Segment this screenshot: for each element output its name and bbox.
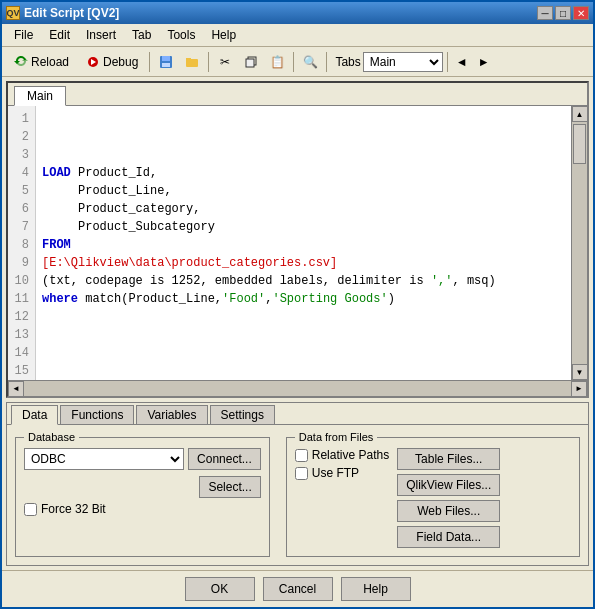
select-button[interactable]: Select... <box>199 476 260 498</box>
cut-icon: ✂ <box>217 54 233 70</box>
vertical-scrollbar[interactable]: ▲ ▼ <box>571 106 587 380</box>
db-dropdown-row: ODBC Connect... <box>24 448 261 470</box>
title-buttons: ─ □ ✕ <box>537 6 589 20</box>
menu-bar: File Edit Insert Tab Tools Help <box>2 24 593 47</box>
svg-rect-6 <box>186 58 191 60</box>
database-section-title: Database <box>24 431 79 443</box>
connect-button[interactable]: Connect... <box>188 448 261 470</box>
files-inner: Relative Paths Use FTP Table Files... Ql… <box>295 448 571 548</box>
menu-help[interactable]: Help <box>203 26 244 44</box>
cancel-button[interactable]: Cancel <box>263 577 333 601</box>
separator-2 <box>208 52 209 72</box>
files-section-title: Data from Files <box>295 431 378 443</box>
nav-prev-button[interactable]: ◄ <box>452 51 472 73</box>
qlikview-files-button[interactable]: QlikView Files... <box>397 474 500 496</box>
close-button[interactable]: ✕ <box>573 6 589 20</box>
paste-button[interactable]: 📋 <box>265 51 289 73</box>
files-section: Data from Files Relative Paths Use FTP <box>286 437 580 557</box>
scroll-right-button[interactable]: ► <box>571 381 587 397</box>
separator-4 <box>326 52 327 72</box>
separator-1 <box>149 52 150 72</box>
main-content: Main 12345678910111213141516 LOAD Produc… <box>2 77 593 570</box>
editor-tab-strip: Main <box>8 83 587 106</box>
use-ftp-checkbox[interactable] <box>295 467 308 480</box>
force32-label: Force 32 Bit <box>41 502 106 516</box>
reload-icon <box>13 54 29 70</box>
tab-data[interactable]: Data <box>11 405 58 425</box>
code-editor-content[interactable]: LOAD Product_Id, Product_Line, Product_c… <box>36 106 571 380</box>
maximize-button[interactable]: □ <box>555 6 571 20</box>
debug-icon <box>85 54 101 70</box>
tab-settings[interactable]: Settings <box>210 405 275 424</box>
checkboxes-col: Relative Paths Use FTP <box>295 448 389 540</box>
force32-row: Force 32 Bit <box>24 502 261 516</box>
horizontal-scrollbar[interactable]: ◄ ► <box>8 380 587 396</box>
debug-button[interactable]: Debug <box>78 51 145 73</box>
title-bar: QV Edit Script [QV2] ─ □ ✕ <box>2 2 593 24</box>
svg-rect-8 <box>246 59 254 67</box>
svg-rect-5 <box>186 59 198 67</box>
cut-button[interactable]: ✂ <box>213 51 237 73</box>
open-button[interactable] <box>180 51 204 73</box>
separator-3 <box>293 52 294 72</box>
save-button[interactable] <box>154 51 178 73</box>
bottom-tab-strip: Data Functions Variables Settings <box>7 403 588 425</box>
window-title: Edit Script [QV2] <box>24 6 119 20</box>
tabs-dropdown: Tabs Main <box>331 52 442 72</box>
ok-button[interactable]: OK <box>185 577 255 601</box>
reload-button[interactable]: Reload <box>6 51 76 73</box>
scroll-track-v[interactable] <box>572 122 587 364</box>
scroll-up-button[interactable]: ▲ <box>572 106 588 122</box>
bottom-content: Database ODBC Connect... Select... Force… <box>7 425 588 565</box>
toolbar: Reload Debug ✂ <box>2 47 593 77</box>
separator-5 <box>447 52 448 72</box>
editor-tab-main[interactable]: Main <box>14 86 66 106</box>
menu-tab[interactable]: Tab <box>124 26 159 44</box>
scroll-down-button[interactable]: ▼ <box>572 364 588 380</box>
bottom-panel: Data Functions Variables Settings Databa… <box>6 402 589 566</box>
tab-variables[interactable]: Variables <box>136 405 207 424</box>
paste-icon: 📋 <box>269 54 285 70</box>
relative-paths-checkbox[interactable] <box>295 449 308 462</box>
web-files-button[interactable]: Web Files... <box>397 500 500 522</box>
menu-file[interactable]: File <box>6 26 41 44</box>
nav-next-button[interactable]: ► <box>474 51 494 73</box>
scroll-thumb-v[interactable] <box>573 124 586 164</box>
table-files-button[interactable]: Table Files... <box>397 448 500 470</box>
copy-button[interactable] <box>239 51 263 73</box>
help-button[interactable]: Help <box>341 577 411 601</box>
relative-paths-row: Relative Paths <box>295 448 389 462</box>
tabs-label: Tabs <box>335 55 360 69</box>
database-section: Database ODBC Connect... Select... Force… <box>15 437 270 557</box>
use-ftp-label: Use FTP <box>312 466 359 480</box>
copy-icon <box>243 54 259 70</box>
use-ftp-row: Use FTP <box>295 466 389 480</box>
minimize-button[interactable]: ─ <box>537 6 553 20</box>
files-buttons: Table Files... QlikView Files... Web Fil… <box>397 448 500 548</box>
force32-checkbox[interactable] <box>24 503 37 516</box>
field-data-button[interactable]: Field Data... <box>397 526 500 548</box>
main-window: QV Edit Script [QV2] ─ □ ✕ File Edit Ins… <box>0 0 595 609</box>
scroll-track-h[interactable] <box>24 381 571 396</box>
save-icon <box>158 54 174 70</box>
code-container: 12345678910111213141516 LOAD Product_Id,… <box>8 106 587 380</box>
script-editor: Main 12345678910111213141516 LOAD Produc… <box>6 81 589 398</box>
footer: OK Cancel Help <box>2 570 593 607</box>
tab-functions[interactable]: Functions <box>60 405 134 424</box>
search-icon: 🔍 <box>302 54 318 70</box>
app-icon: QV <box>6 6 20 20</box>
svg-rect-3 <box>162 56 170 61</box>
tabs-select[interactable]: Main <box>363 52 443 72</box>
relative-paths-label: Relative Paths <box>312 448 389 462</box>
menu-tools[interactable]: Tools <box>159 26 203 44</box>
svg-rect-4 <box>162 63 170 67</box>
scroll-left-button[interactable]: ◄ <box>8 381 24 397</box>
menu-edit[interactable]: Edit <box>41 26 78 44</box>
db-type-select[interactable]: ODBC <box>24 448 184 470</box>
title-bar-left: QV Edit Script [QV2] <box>6 6 119 20</box>
debug-label: Debug <box>103 55 138 69</box>
reload-label: Reload <box>31 55 69 69</box>
menu-insert[interactable]: Insert <box>78 26 124 44</box>
line-numbers: 12345678910111213141516 <box>8 106 36 380</box>
search-button[interactable]: 🔍 <box>298 51 322 73</box>
